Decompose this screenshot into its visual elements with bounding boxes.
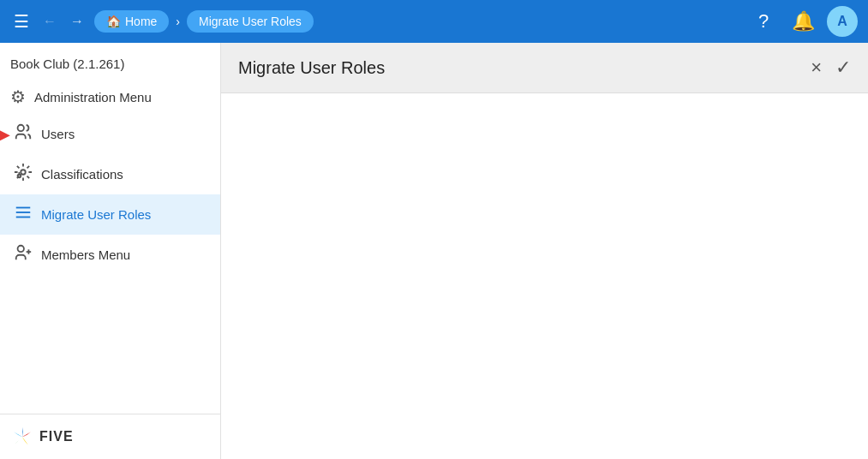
content-header: Migrate User Roles × ✓: [221, 43, 868, 93]
content-header-actions: × ✓: [811, 57, 851, 79]
topbar-right: ? 🔔 A: [748, 6, 858, 37]
main-layout: Book Club (2.1.261) ⚙ Administration Men…: [0, 43, 868, 459]
svg-point-7: [18, 246, 24, 252]
classifications-label: Classifications: [41, 167, 123, 182]
home-icon: 🏠: [106, 15, 121, 28]
classifications-icon: [14, 163, 33, 186]
five-logo-text: FIVE: [39, 429, 74, 444]
confirm-button[interactable]: ✓: [835, 57, 851, 79]
topbar-left: ☰ ← → 🏠 Home › Migrate User Roles: [10, 8, 741, 35]
svg-point-1: [21, 170, 26, 175]
back-arrow-icon[interactable]: ←: [39, 10, 60, 33]
app-title: Book Club (2.1.261): [0, 43, 220, 80]
home-breadcrumb[interactable]: 🏠 Home: [94, 10, 169, 33]
breadcrumb-chevron-icon: ›: [176, 15, 180, 28]
members-menu-label: Members Menu: [41, 247, 130, 262]
sidebar-item-members-menu[interactable]: Members Menu: [0, 235, 220, 275]
svg-point-0: [18, 125, 24, 131]
five-logo: FIVE: [10, 425, 74, 449]
avatar[interactable]: A: [827, 6, 858, 37]
home-label: Home: [125, 15, 157, 28]
users-icon: [14, 122, 33, 146]
forward-arrow-icon[interactable]: →: [67, 10, 87, 33]
gear-icon: ⚙: [10, 86, 26, 107]
breadcrumb-current[interactable]: Migrate User Roles: [187, 10, 314, 33]
sidebar-footer: FIVE: [0, 414, 220, 459]
content-body: [221, 93, 868, 459]
members-icon: [14, 243, 33, 266]
content-title: Migrate User Roles: [238, 58, 385, 78]
admin-menu-label: Administration Menu: [34, 90, 152, 104]
notifications-button[interactable]: 🔔: [787, 6, 818, 37]
admin-menu-header: ⚙ Administration Menu: [0, 80, 220, 114]
sidebar: Book Club (2.1.261) ⚙ Administration Men…: [0, 43, 221, 459]
migrate-user-roles-label: Migrate User Roles: [41, 207, 151, 222]
topbar: ☰ ← → 🏠 Home › Migrate User Roles ? 🔔 A: [0, 0, 868, 43]
close-button[interactable]: ×: [811, 57, 822, 79]
migrate-icon: [14, 203, 33, 226]
help-button[interactable]: ?: [748, 6, 779, 37]
sidebar-item-classifications[interactable]: Classifications: [0, 154, 220, 194]
five-logo-icon: [10, 425, 34, 449]
content-area: Migrate User Roles × ✓: [221, 43, 868, 459]
breadcrumb-current-label: Migrate User Roles: [199, 15, 302, 28]
hamburger-icon[interactable]: ☰: [10, 8, 33, 35]
sidebar-item-users[interactable]: ▶ Users: [0, 114, 220, 154]
sidebar-item-migrate-user-roles[interactable]: Migrate User Roles: [0, 194, 220, 235]
users-label: Users: [41, 127, 75, 141]
red-arrow-indicator: ▶: [0, 125, 10, 144]
